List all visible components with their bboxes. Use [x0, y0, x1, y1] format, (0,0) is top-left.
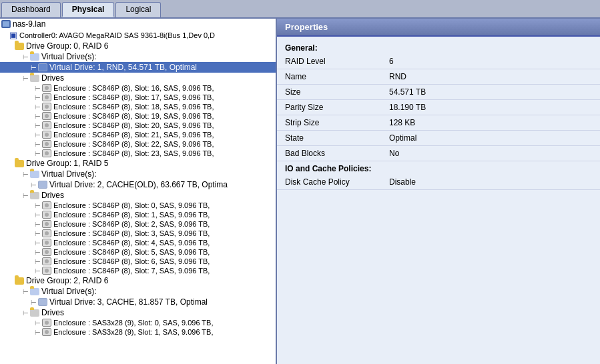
vd-header-0-icon — [30, 53, 39, 61]
enc-1-2-label: Enclosure : SC846P (8), Slot: 2, SAS, 9.… — [53, 220, 210, 228]
enc-0-4[interactable]: ⊢ Enclosure : SC846P (8), Slot: 20, SAS,… — [0, 121, 276, 130]
prop-val-name: RND — [384, 69, 600, 84]
prop-row-state: State Optimal — [277, 131, 600, 146]
enc-1-3[interactable]: ⊢ Enclosure : SC846P (8), Slot: 3, SAS, … — [0, 229, 276, 238]
vd-2-0-icon — [38, 298, 47, 306]
prop-row-raid-level: RAID Level 6 — [277, 54, 600, 69]
enc-0-5[interactable]: ⊢ Enclosure : SC846P (8), Slot: 21, SAS,… — [0, 130, 276, 139]
enc-2-0[interactable]: ⊢ Enclosure : SAS3x28 (9), Slot: 0, SAS,… — [0, 318, 276, 327]
enc-1-4-icon — [42, 239, 51, 247]
vd-header-0-label: Virtual Drive(s): — [41, 52, 96, 61]
enc-1-0[interactable]: ⊢ Enclosure : SC846P (8), Slot: 0, SAS, … — [0, 201, 276, 210]
enc-0-1-icon — [42, 93, 51, 101]
prop-row-name: Name RND — [277, 69, 600, 85]
drive-group-2[interactable]: Drive Group: 2, RAID 6 — [0, 275, 276, 286]
drives-header-2-icon — [30, 309, 39, 317]
prop-val-raid-level: 6 — [384, 54, 600, 69]
properties-title: Properties — [285, 22, 328, 32]
prop-key-bad-blocks: Bad Blocks — [277, 146, 384, 161]
drive-group-1[interactable]: Drive Group: 1, RAID 5 — [0, 158, 276, 169]
prop-row-strip-size: Strip Size 128 KB — [277, 115, 600, 131]
prop-key-disk-cache: Disk Cache Policy — [277, 175, 384, 189]
vd-0-0-label: Virtual Drive: 1, RND, 54.571 TB, Optima… — [49, 63, 197, 72]
vd-header-0: ⊢ Virtual Drive(s): — [0, 51, 276, 62]
enc-1-1[interactable]: ⊢ Enclosure : SC846P (8), Slot: 1, SAS, … — [0, 210, 276, 219]
prop-row-disk-cache: Disk Cache Policy Disable — [277, 175, 600, 190]
drives-header-2: ⊢ Drives — [0, 307, 276, 318]
enc-2-0-label: Enclosure : SAS3x28 (9), Slot: 0, SAS, 9… — [53, 319, 213, 327]
enc-1-5-label: Enclosure : SC846P (8), Slot: 5, SAS, 9.… — [53, 248, 210, 256]
prop-key-state: State — [277, 131, 384, 145]
tab-physical[interactable]: Physical — [62, 2, 115, 17]
enc-0-4-icon — [42, 121, 51, 129]
drives-header-1-label: Drives — [41, 191, 64, 200]
prop-row-bad-blocks: Bad Blocks No — [277, 146, 600, 161]
vd-header-2-label: Virtual Drive(s): — [41, 287, 96, 296]
drives-header-1-icon — [30, 192, 39, 199]
enc-0-6[interactable]: ⊢ Enclosure : SC846P (8), Slot: 22, SAS,… — [0, 139, 276, 149]
vd-header-1: ⊢ Virtual Drive(s): — [0, 169, 276, 179]
enc-0-7-label: Enclosure : SC846P (8), Slot: 23, SAS, 9… — [53, 149, 214, 157]
vd-2-0-label: Virtual Drive: 3, CACHE, 81.857 TB, Opti… — [49, 297, 208, 307]
enc-1-3-icon — [42, 229, 51, 237]
enc-1-3-label: Enclosure : SC846P (8), Slot: 3, SAS, 9.… — [53, 229, 210, 237]
vd-header-2: ⊢ Virtual Drive(s): — [0, 286, 276, 297]
drives-header-0-pin: ⊢ — [23, 75, 29, 82]
drives-header-0-icon — [30, 75, 39, 82]
enc-0-0[interactable]: ⊢ Enclosure : SC846P (8), Slot: 16, SAS,… — [0, 83, 276, 93]
vd-header-1-label: Virtual Drive(s): — [41, 169, 96, 179]
enc-1-5-icon — [42, 248, 51, 256]
prop-val-state: Optimal — [384, 131, 600, 145]
controller-label: Controller0: AVAGO MegaRAID SAS 9361-8i(… — [19, 31, 215, 39]
enc-1-1-icon — [42, 211, 51, 219]
root-label: nas-9.lan — [13, 19, 45, 29]
tree-panel: nas-9.lan ▣ Controller0: AVAGO MegaRAID … — [0, 19, 277, 364]
enc-1-0-label: Enclosure : SC846P (8), Slot: 0, SAS, 9.… — [53, 201, 210, 209]
enc-0-1-label: Enclosure : SC846P (8), Slot: 17, SAS, 9… — [53, 93, 214, 101]
drive-group-2-icon — [15, 277, 24, 285]
drives-header-0-label: Drives — [41, 73, 64, 83]
drive-group-0[interactable]: Drive Group: 0, RAID 6 — [0, 41, 276, 51]
enc-0-2-label: Enclosure : SC846P (8), Slot: 18, SAS, 9… — [53, 103, 214, 111]
enc-0-0-connector: ⊢ — [35, 85, 41, 92]
drive-group-0-icon — [15, 43, 24, 50]
drive-group-1-icon — [15, 160, 24, 167]
drives-header-2-label: Drives — [41, 308, 64, 317]
drive-group-2-label: Drive Group: 2, RAID 6 — [26, 276, 108, 285]
enc-1-2[interactable]: ⊢ Enclosure : SC846P (8), Slot: 2, SAS, … — [0, 219, 276, 229]
enc-0-0-icon — [42, 84, 51, 92]
properties-panel: Properties General: RAID Level 6 Name RN… — [277, 19, 600, 364]
tab-bar: Dashboard Physical Logical — [0, 0, 600, 19]
controller-icon: ▣ — [9, 30, 17, 40]
vd-1-0[interactable]: ⊢ Virtual Drive: 2, CACHE(OLD), 63.667 T… — [0, 179, 276, 190]
enc-0-1[interactable]: ⊢ Enclosure : SC846P (8), Slot: 17, SAS,… — [0, 93, 276, 102]
enc-2-1-icon — [42, 328, 51, 336]
enc-1-7[interactable]: ⊢ Enclosure : SC846P (8), Slot: 7, SAS, … — [0, 266, 276, 275]
vd-header-2-icon — [30, 288, 39, 295]
enc-2-1[interactable]: ⊢ Enclosure : SAS3x28 (9), Slot: 1, SAS,… — [0, 327, 276, 337]
drives-header-1: ⊢ Drives — [0, 190, 276, 201]
vd-0-0[interactable]: ⊢ Virtual Drive: 1, RND, 54.571 TB, Opti… — [0, 62, 276, 73]
vd-2-0[interactable]: ⊢ Virtual Drive: 3, CACHE, 81.857 TB, Op… — [0, 297, 276, 307]
drive-group-1-label: Drive Group: 1, RAID 5 — [26, 159, 108, 168]
enc-2-0-icon — [42, 319, 51, 327]
drive-group-0-label: Drive Group: 0, RAID 6 — [26, 41, 108, 51]
properties-header: Properties — [277, 19, 600, 37]
enc-0-5-icon — [42, 131, 51, 139]
enc-0-3[interactable]: ⊢ Enclosure : SC846P (8), Slot: 19, SAS,… — [0, 111, 276, 121]
prop-val-disk-cache: Disable — [384, 175, 600, 189]
tab-dashboard[interactable]: Dashboard — [1, 2, 61, 17]
section-general-label: General: — [277, 41, 600, 54]
enc-0-6-label: Enclosure : SC846P (8), Slot: 22, SAS, 9… — [53, 140, 214, 148]
enc-1-5[interactable]: ⊢ Enclosure : SC846P (8), Slot: 5, SAS, … — [0, 247, 276, 257]
enc-0-5-label: Enclosure : SC846P (8), Slot: 21, SAS, 9… — [53, 131, 214, 139]
enc-1-4[interactable]: ⊢ Enclosure : SC846P (8), Slot: 4, SAS, … — [0, 238, 276, 247]
tree-root[interactable]: nas-9.lan — [0, 19, 276, 29]
tree-controller[interactable]: ▣ Controller0: AVAGO MegaRAID SAS 9361-8… — [0, 29, 276, 41]
vd-header-1-icon — [30, 171, 39, 178]
enc-1-6[interactable]: ⊢ Enclosure : SC846P (8), Slot: 6, SAS, … — [0, 257, 276, 266]
enc-0-2[interactable]: ⊢ Enclosure : SC846P (8), Slot: 18, SAS,… — [0, 102, 276, 111]
tab-logical[interactable]: Logical — [115, 2, 161, 17]
enc-0-0-label: Enclosure : SC846P (8), Slot: 16, SAS, 9… — [53, 84, 214, 92]
enc-0-7[interactable]: ⊢ Enclosure : SC846P (8), Slot: 23, SAS,… — [0, 149, 276, 158]
